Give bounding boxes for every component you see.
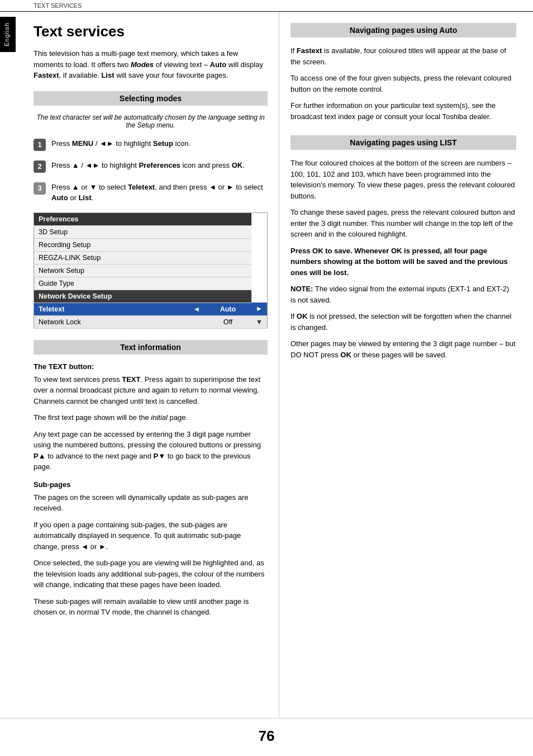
- menu-arrow-left: ◄: [189, 303, 204, 315]
- sub-pages-body3: Once selected, the sub-page you are view…: [34, 557, 268, 590]
- step-number-2: 2: [34, 160, 46, 173]
- sub-pages-body1: The pages on the screen will dynamically…: [34, 492, 268, 514]
- menu-row-teletext[interactable]: Teletext ◄ Auto ►: [34, 303, 268, 315]
- intro-paragraph: This television has a multi-page text me…: [34, 48, 268, 81]
- menu-item-network-device: Network Device Setup: [34, 290, 189, 303]
- menu-item-teletext: Teletext: [34, 303, 189, 315]
- menu-item-network-lock: Network Lock: [34, 315, 189, 328]
- access-text: Any text page can be accessed by enterin…: [34, 429, 268, 472]
- text-button-body: To view text services press TEXT. Press …: [34, 374, 268, 407]
- menu-row-preferences: Preferences: [34, 212, 268, 225]
- nav-list-bold-para: Press OK to save. Whenever OK is pressed…: [291, 245, 516, 278]
- menu-item-network: Network Setup: [34, 264, 189, 277]
- right-column: Navigating pages using Auto If Fastext i…: [279, 12, 533, 718]
- nav-list-body4: Other pages may be viewed by entering th…: [291, 338, 516, 360]
- menu-row-network: Network Setup: [34, 264, 268, 277]
- menu-item-3d: 3D Setup: [34, 225, 189, 238]
- step-1: 1 Press MENU / ◄► to highlight Setup ico…: [34, 138, 268, 151]
- breadcrumb: TEXT SERVICES: [0, 0, 533, 12]
- menu-arrow-right: ►: [251, 303, 268, 315]
- step-number-3: 3: [34, 182, 46, 195]
- page-wrapper: TEXT SERVICES English Text services This…: [0, 0, 533, 756]
- left-column: Text services This television has a mult…: [17, 12, 279, 718]
- menu-value-network-lock: Off: [204, 315, 251, 328]
- menu-row-guide: Guide Type: [34, 277, 268, 290]
- text-information-section: Text information The TEXT button: To vie…: [34, 340, 268, 618]
- nav-auto-body1: If Fastext is available, four coloured t…: [291, 45, 516, 67]
- nav-auto-section: Navigating pages using Auto If Fastext i…: [291, 23, 516, 122]
- text-information-header: Text information: [34, 340, 268, 355]
- nav-auto-body2: To access one of the four given subjects…: [291, 73, 516, 94]
- sub-pages-heading: Sub-pages: [34, 480, 268, 489]
- nav-auto-body3: For further information on your particul…: [291, 100, 516, 122]
- step-2-text: Press ▲ / ◄► to highlight Preferences ic…: [51, 160, 245, 171]
- nav-list-body1: The four coloured choices at the bottom …: [291, 158, 516, 201]
- selecting-modes-header: Selecting modes: [34, 91, 268, 106]
- step-2: 2 Press ▲ / ◄► to highlight Preferences …: [34, 160, 268, 173]
- italic-note: The text character set will be automatic…: [34, 114, 268, 129]
- sub-pages-body4: These sub-pages will remain available to…: [34, 596, 268, 618]
- nav-list-body3: If OK is not pressed, the selection will…: [291, 311, 516, 333]
- nav-list-note: NOTE: The video signal from the external…: [291, 284, 516, 305]
- step-3-text: Press ▲ or ▼ to select Teletext, and the…: [51, 182, 268, 204]
- menu-row-regza: REGZA-LINK Setup: [34, 251, 268, 264]
- step-number-1: 1: [34, 139, 46, 151]
- step-3: 3 Press ▲ or ▼ to select Teletext, and t…: [34, 182, 268, 204]
- menu-value-teletext: Auto: [204, 303, 251, 315]
- menu-item-recording: Recording Setup: [34, 238, 189, 251]
- menu-item-preferences: Preferences: [34, 212, 189, 225]
- text-button-heading: The TEXT button:: [34, 362, 268, 371]
- page-number: 76: [0, 718, 533, 756]
- menu-row-recording: Recording Setup: [34, 238, 268, 251]
- menu-row-network-device: Network Device Setup: [34, 290, 268, 303]
- initial-page-text: The first text page shown will be the in…: [34, 412, 268, 423]
- preferences-menu: Preferences 3D Setup Recording Setup REG…: [34, 212, 268, 329]
- menu-item-regza: REGZA-LINK Setup: [34, 251, 189, 264]
- step-1-text: Press MENU / ◄► to highlight Setup icon.: [51, 138, 191, 149]
- main-content: Text services This television has a mult…: [0, 12, 533, 718]
- menu-scrollbar: ▼: [251, 315, 268, 328]
- nav-list-body2: To change these saved pages, press the r…: [291, 207, 516, 240]
- nav-auto-header: Navigating pages using Auto: [291, 23, 516, 37]
- nav-list-header: Navigating pages using LIST: [291, 135, 516, 150]
- menu-row-3d: 3D Setup: [34, 225, 268, 238]
- nav-list-section: Navigating pages using LIST The four col…: [291, 135, 516, 360]
- menu-item-guide: Guide Type: [34, 277, 189, 290]
- side-tab-english: English: [0, 17, 16, 52]
- page-title: Text services: [34, 23, 268, 40]
- sub-pages-body2: If you open a page containing sub-pages,…: [34, 519, 268, 552]
- menu-row-network-lock[interactable]: Network Lock Off ▼: [34, 315, 268, 328]
